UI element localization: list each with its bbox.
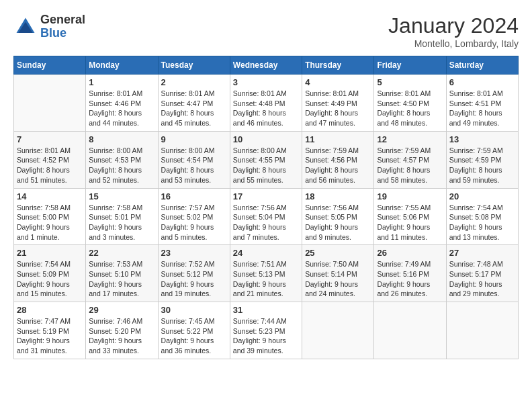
day-number: 8 [89, 134, 154, 144]
day-number: 4 [305, 77, 371, 87]
day-number: 6 [449, 77, 515, 87]
calendar-cell: 5Sunrise: 8:01 AMSunset: 4:50 PMDaylight… [374, 75, 446, 132]
col-header-sunday: Sunday [14, 56, 86, 75]
day-info: Sunrise: 7:53 AMSunset: 5:10 PMDaylight:… [89, 259, 154, 299]
day-info: Sunrise: 7:56 AMSunset: 5:04 PMDaylight:… [233, 203, 299, 242]
day-number: 5 [377, 77, 443, 87]
day-info: Sunrise: 7:54 AMSunset: 5:08 PMDaylight:… [449, 203, 515, 242]
calendar-cell: 26Sunrise: 7:49 AMSunset: 5:16 PMDayligh… [374, 245, 446, 302]
calendar-cell: 22Sunrise: 7:53 AMSunset: 5:10 PMDayligh… [86, 245, 158, 302]
day-number: 15 [89, 191, 154, 201]
logo: General Blue [13, 13, 85, 40]
day-info: Sunrise: 8:00 AMSunset: 4:53 PMDaylight:… [89, 146, 154, 185]
calendar-cell: 14Sunrise: 7:58 AMSunset: 5:00 PMDayligh… [14, 188, 86, 245]
calendar-cell: 4Sunrise: 8:01 AMSunset: 4:49 PMDaylight… [302, 75, 374, 132]
calendar-week-row: 1Sunrise: 8:01 AMSunset: 4:46 PMDaylight… [14, 75, 519, 132]
calendar-table: SundayMondayTuesdayWednesdayThursdayFrid… [13, 56, 519, 359]
day-info: Sunrise: 7:59 AMSunset: 4:56 PMDaylight:… [305, 146, 371, 185]
calendar-week-row: 21Sunrise: 7:54 AMSunset: 5:09 PMDayligh… [14, 245, 519, 302]
calendar-cell: 29Sunrise: 7:46 AMSunset: 5:20 PMDayligh… [86, 302, 158, 359]
day-info: Sunrise: 7:59 AMSunset: 4:57 PMDaylight:… [377, 146, 443, 185]
day-number: 13 [449, 134, 515, 144]
day-info: Sunrise: 7:50 AMSunset: 5:14 PMDaylight:… [305, 259, 371, 299]
day-number: 19 [377, 191, 443, 201]
calendar-cell: 19Sunrise: 7:55 AMSunset: 5:06 PMDayligh… [374, 188, 446, 245]
calendar-cell: 7Sunrise: 8:01 AMSunset: 4:52 PMDaylight… [14, 131, 86, 188]
day-number: 27 [449, 248, 515, 258]
calendar-cell: 15Sunrise: 7:58 AMSunset: 5:01 PMDayligh… [86, 188, 158, 245]
day-info: Sunrise: 7:58 AMSunset: 5:01 PMDaylight:… [89, 203, 154, 242]
day-info: Sunrise: 8:01 AMSunset: 4:52 PMDaylight:… [17, 146, 83, 185]
calendar-week-row: 7Sunrise: 8:01 AMSunset: 4:52 PMDaylight… [14, 131, 519, 188]
calendar-cell: 25Sunrise: 7:50 AMSunset: 5:14 PMDayligh… [302, 245, 374, 302]
day-info: Sunrise: 7:44 AMSunset: 5:23 PMDaylight:… [233, 316, 299, 356]
day-info: Sunrise: 8:00 AMSunset: 4:55 PMDaylight:… [233, 146, 299, 185]
calendar-cell: 21Sunrise: 7:54 AMSunset: 5:09 PMDayligh… [14, 245, 86, 302]
calendar-cell: 3Sunrise: 8:01 AMSunset: 4:48 PMDaylight… [230, 75, 302, 132]
calendar-cell [374, 302, 446, 359]
day-number: 29 [89, 305, 154, 315]
day-info: Sunrise: 7:55 AMSunset: 5:06 PMDaylight:… [377, 203, 443, 242]
calendar-cell: 18Sunrise: 7:56 AMSunset: 5:05 PMDayligh… [302, 188, 374, 245]
day-info: Sunrise: 7:45 AMSunset: 5:22 PMDaylight:… [161, 316, 227, 356]
day-number: 22 [89, 248, 154, 258]
day-number: 25 [305, 248, 371, 258]
day-info: Sunrise: 7:52 AMSunset: 5:12 PMDaylight:… [161, 259, 227, 299]
calendar-week-row: 14Sunrise: 7:58 AMSunset: 5:00 PMDayligh… [14, 188, 519, 245]
calendar-header-row: SundayMondayTuesdayWednesdayThursdayFrid… [14, 56, 519, 75]
day-number: 12 [377, 134, 443, 144]
page-header: General Blue January 2024 Montello, Lomb… [13, 13, 519, 49]
day-info: Sunrise: 8:01 AMSunset: 4:50 PMDaylight:… [377, 89, 443, 128]
day-info: Sunrise: 7:54 AMSunset: 5:09 PMDaylight:… [17, 259, 83, 299]
calendar-cell: 27Sunrise: 7:48 AMSunset: 5:17 PMDayligh… [446, 245, 518, 302]
calendar-cell: 13Sunrise: 7:59 AMSunset: 4:59 PMDayligh… [446, 131, 518, 188]
day-info: Sunrise: 7:47 AMSunset: 5:19 PMDaylight:… [17, 316, 83, 356]
day-number: 28 [17, 305, 83, 315]
calendar-cell: 28Sunrise: 7:47 AMSunset: 5:19 PMDayligh… [14, 302, 86, 359]
col-header-wednesday: Wednesday [230, 56, 302, 75]
calendar-cell: 16Sunrise: 7:57 AMSunset: 5:02 PMDayligh… [158, 188, 230, 245]
calendar-cell: 11Sunrise: 7:59 AMSunset: 4:56 PMDayligh… [302, 131, 374, 188]
day-info: Sunrise: 7:58 AMSunset: 5:00 PMDaylight:… [17, 203, 83, 242]
calendar-cell: 23Sunrise: 7:52 AMSunset: 5:12 PMDayligh… [158, 245, 230, 302]
calendar-cell: 17Sunrise: 7:56 AMSunset: 5:04 PMDayligh… [230, 188, 302, 245]
calendar-cell: 2Sunrise: 8:01 AMSunset: 4:47 PMDaylight… [158, 75, 230, 132]
day-info: Sunrise: 8:01 AMSunset: 4:47 PMDaylight:… [161, 89, 227, 128]
day-info: Sunrise: 7:51 AMSunset: 5:13 PMDaylight:… [233, 259, 299, 299]
col-header-friday: Friday [374, 56, 446, 75]
calendar-cell: 10Sunrise: 8:00 AMSunset: 4:55 PMDayligh… [230, 131, 302, 188]
day-number: 3 [233, 77, 299, 87]
col-header-thursday: Thursday [302, 56, 374, 75]
day-info: Sunrise: 8:01 AMSunset: 4:46 PMDaylight:… [89, 89, 154, 128]
calendar-cell: 6Sunrise: 8:01 AMSunset: 4:51 PMDaylight… [446, 75, 518, 132]
day-number: 20 [449, 191, 515, 201]
calendar-cell: 30Sunrise: 7:45 AMSunset: 5:22 PMDayligh… [158, 302, 230, 359]
day-number: 18 [305, 191, 371, 201]
day-number: 10 [233, 134, 299, 144]
day-info: Sunrise: 8:01 AMSunset: 4:51 PMDaylight:… [449, 89, 515, 128]
location: Montello, Lombardy, Italy [388, 38, 519, 49]
calendar-cell [302, 302, 374, 359]
day-info: Sunrise: 8:01 AMSunset: 4:49 PMDaylight:… [305, 89, 371, 128]
day-number: 7 [17, 134, 83, 144]
month-title: January 2024 [388, 13, 519, 38]
logo-text: General Blue [40, 13, 85, 40]
day-info: Sunrise: 8:00 AMSunset: 4:54 PMDaylight:… [161, 146, 227, 185]
calendar-cell [14, 75, 86, 132]
day-number: 1 [89, 77, 154, 87]
calendar-cell: 24Sunrise: 7:51 AMSunset: 5:13 PMDayligh… [230, 245, 302, 302]
day-info: Sunrise: 8:01 AMSunset: 4:48 PMDaylight:… [233, 89, 299, 128]
day-info: Sunrise: 7:46 AMSunset: 5:20 PMDaylight:… [89, 316, 154, 356]
day-number: 24 [233, 248, 299, 258]
day-number: 16 [161, 191, 227, 201]
calendar-cell: 1Sunrise: 8:01 AMSunset: 4:46 PMDaylight… [86, 75, 158, 132]
day-number: 31 [233, 305, 299, 315]
calendar-cell: 12Sunrise: 7:59 AMSunset: 4:57 PMDayligh… [374, 131, 446, 188]
day-number: 21 [17, 248, 83, 258]
col-header-monday: Monday [86, 56, 158, 75]
calendar-cell: 20Sunrise: 7:54 AMSunset: 5:08 PMDayligh… [446, 188, 518, 245]
day-info: Sunrise: 7:59 AMSunset: 4:59 PMDaylight:… [449, 146, 515, 185]
calendar-cell [446, 302, 518, 359]
day-info: Sunrise: 7:57 AMSunset: 5:02 PMDaylight:… [161, 203, 227, 242]
day-info: Sunrise: 7:56 AMSunset: 5:05 PMDaylight:… [305, 203, 371, 242]
